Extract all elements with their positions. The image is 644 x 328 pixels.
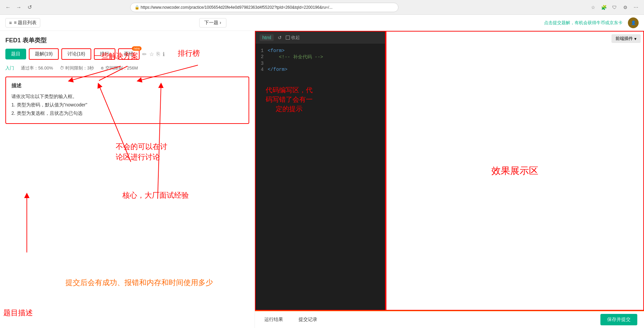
editor-tab-html[interactable]: html <box>260 34 274 41</box>
line-num-2: 2 <box>256 54 268 59</box>
tab-discussion-label: 讨论(18) <box>67 51 85 56</box>
difficulty-label: 入门 <box>5 65 14 71</box>
tab-discussion[interactable]: 讨论(18) <box>61 48 91 60</box>
run-result-label: 运行结果 <box>264 317 283 322</box>
run-result-tab[interactable]: 运行结果 <box>262 315 286 324</box>
plugin-label: 前端插件 <box>615 36 633 42</box>
code-line-1: 1 <form> <box>256 48 385 54</box>
bookmark-icon[interactable]: ☆ <box>589 3 597 11</box>
menu-label: ≡ 题目列表 <box>14 20 37 26</box>
annotation-discussion: 不会的可以在讨论区进行讨论 <box>116 142 167 162</box>
line-num-3: 3 <box>256 61 268 66</box>
lock-icon: 🔒 <box>135 5 140 10</box>
url-text: https://www.nowcoder.com/practice/100565… <box>141 5 332 10</box>
shield-icon[interactable]: 🛡 <box>610 3 619 11</box>
editor-container: html ↺ 收起 1 <form> <box>255 31 644 311</box>
line-content-2: <!-- 补全代码 --> <box>268 54 323 60</box>
chevron-down-icon: ▾ <box>634 36 637 41</box>
save-submit-label: 保存并提交 <box>607 317 631 322</box>
tab-solutions[interactable]: 题解(19) <box>29 48 59 60</box>
description-box: 描述 请依次写出以下类型的输入框。 1. 类型为密码，默认值为"nowcoder… <box>5 77 249 124</box>
submit-tip: 点击提交题解，有机会获得牛币或京东卡 <box>544 20 623 26</box>
forward-button[interactable]: → <box>15 3 23 11</box>
tab-ranking-label: 排行 <box>100 51 109 56</box>
code-line-4: 4 </form> <box>256 66 385 73</box>
avatar: 👤 <box>628 17 639 28</box>
edit-icon[interactable]: ✏ <box>142 51 147 57</box>
back-button[interactable]: ← <box>4 3 12 11</box>
editor-toolbar: html ↺ 收起 <box>256 32 385 44</box>
top-bar: ≡ ≡ 题目列表 下一题 › 点击提交题解，有机会获得牛币或京东卡 👤 <box>0 15 644 31</box>
star-icon[interactable]: ☆ <box>149 51 154 57</box>
content-area: FED1 表单类型 题目 题解(19) 讨论(18) 排行 面经 new <box>0 31 644 328</box>
code-line-3: 3 <box>256 60 385 66</box>
pass-rate: 通过率：56.00% <box>21 65 53 71</box>
tab-ranking[interactable]: 排行 <box>94 48 115 60</box>
editor-panel: html ↺ 收起 1 <form> <box>255 31 386 311</box>
line-num-1: 1 <box>256 48 268 53</box>
line-content-1: <form> <box>268 48 284 53</box>
line-num-4: 4 <box>256 67 268 72</box>
settings-icon[interactable]: ⚙ <box>621 3 629 11</box>
submit-record-label: 提交记录 <box>299 317 317 322</box>
tab-interview-label: 面经 <box>124 51 133 56</box>
more-icon[interactable]: ⋯ <box>632 3 640 11</box>
save-submit-button[interactable]: 保存并提交 <box>600 314 637 325</box>
code-line-2: 2 <!-- 补全代码 --> <box>256 54 385 60</box>
next-button[interactable]: 下一题 › <box>199 18 226 28</box>
tab-interview[interactable]: 面经 new <box>118 48 140 60</box>
line-content-4: </form> <box>268 67 287 72</box>
refresh-icon[interactable]: ↺ <box>278 35 282 40</box>
next-label: 下一题 › <box>204 20 221 26</box>
tab-problem[interactable]: 题目 <box>5 49 26 59</box>
address-bar[interactable]: 🔒 https://www.nowcoder.com/practice/1005… <box>130 3 398 12</box>
arrows-svg <box>0 31 255 328</box>
right-panel: html ↺ 收起 1 <form> <box>255 31 644 328</box>
tab-problem-label: 题目 <box>11 51 20 56</box>
space-limit: ⊕ 空间限制：256M <box>101 65 138 71</box>
description-content: 请依次写出以下类型的输入框。 1. 类型为密码，默认值为"nowcoder" 2… <box>11 92 243 118</box>
collapse-label: 收起 <box>291 35 300 41</box>
problem-title: FED1 表单类型 <box>5 36 249 44</box>
menu-button[interactable]: ≡ ≡ 题目列表 <box>5 18 40 28</box>
tab-solutions-label: 题解(19) <box>35 51 53 56</box>
collapse-btn[interactable]: 收起 <box>286 35 300 41</box>
collapse-icon <box>286 36 290 40</box>
annotation-interview: 核心，大厂面试经验 <box>122 190 189 200</box>
menu-icon: ≡ <box>9 20 12 26</box>
browser-chrome: ← → ↺ 🔒 https://www.nowcoder.com/practic… <box>0 0 644 15</box>
submit-record-tab[interactable]: 提交记录 <box>296 315 320 324</box>
browser-icons: ☆ 🧩 🛡 ⚙ ⋯ <box>589 3 640 11</box>
page-container: ≡ ≡ 题目列表 下一题 › 点击提交题解，有机会获得牛币或京东卡 👤 FED1… <box>0 15 644 328</box>
preview-label: 效果展示区 <box>491 165 538 177</box>
extensions-icon[interactable]: 🧩 <box>600 3 608 11</box>
share-icon[interactable]: ⎘ <box>157 51 160 57</box>
info-icon[interactable]: ℹ <box>163 51 165 57</box>
new-badge: new <box>132 46 141 51</box>
bottom-bar: 运行结果 提交记录 保存并提交 <box>255 311 644 328</box>
refresh-button[interactable]: ↺ <box>25 3 34 11</box>
tab-bar: 题目 题解(19) 讨论(18) 排行 面经 new ✏ ☆ ⎘ <box>5 48 249 60</box>
problem-info: 入门 通过率：56.00% ⏱ 时间限制：3秒 ⊕ 空间限制：256M <box>5 65 249 71</box>
time-limit: ⏱ 时间限制：3秒 <box>60 65 94 71</box>
preview-panel: 前端插件 ▾ 效果展示区 <box>386 31 644 311</box>
left-panel: FED1 表单类型 题目 题解(19) 讨论(18) 排行 面经 new <box>0 31 255 328</box>
code-area[interactable]: 1 <form> 2 <!-- 补全代码 --> <box>256 44 385 310</box>
description-title: 描述 <box>11 83 243 89</box>
plugin-button[interactable]: 前端插件 ▾ <box>611 34 641 43</box>
annotation-description: 题目描述 <box>3 308 33 318</box>
